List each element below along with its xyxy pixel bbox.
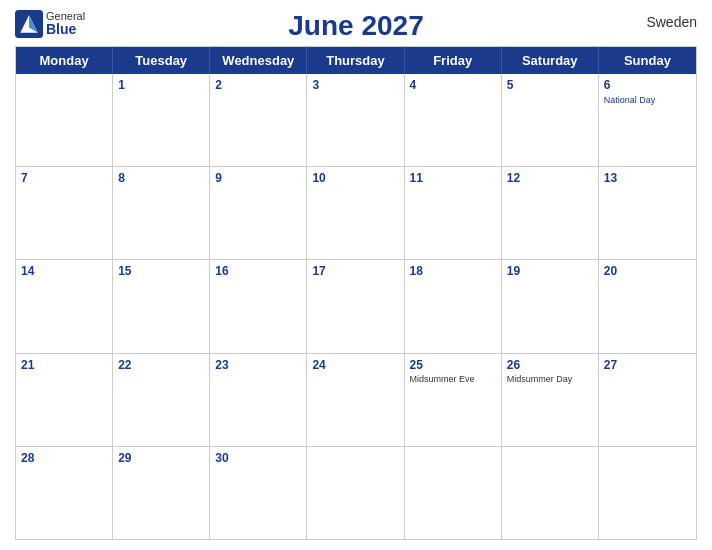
day-cell: 24 (307, 354, 404, 446)
calendar-weeks: 1 2 3 4 5 6 National Day 7 8 9 10 11 12 … (16, 74, 696, 539)
day-cell: 15 (113, 260, 210, 352)
day-cell: 9 (210, 167, 307, 259)
header-tuesday: Tuesday (113, 47, 210, 74)
day-cell-midsummer-eve: 25 Midsummer Eve (405, 354, 502, 446)
header-monday: Monday (16, 47, 113, 74)
day-cell-midsummer-day: 26 Midsummer Day (502, 354, 599, 446)
header-wednesday: Wednesday (210, 47, 307, 74)
week-row-3: 14 15 16 17 18 19 20 (16, 259, 696, 352)
header-saturday: Saturday (502, 47, 599, 74)
week-row-1: 1 2 3 4 5 6 National Day (16, 74, 696, 166)
week-row-4: 21 22 23 24 25 Midsummer Eve 26 Midsumme… (16, 353, 696, 446)
page-title: June 2027 (288, 10, 423, 42)
day-cell: 12 (502, 167, 599, 259)
week-row-2: 7 8 9 10 11 12 13 (16, 166, 696, 259)
day-cell: 5 (502, 74, 599, 166)
day-cell: 17 (307, 260, 404, 352)
header-thursday: Thursday (307, 47, 404, 74)
day-cell: 14 (16, 260, 113, 352)
calendar-grid: Monday Tuesday Wednesday Thursday Friday… (15, 46, 697, 540)
logo: General Blue (15, 10, 85, 38)
day-cell: 4 (405, 74, 502, 166)
day-cell (405, 447, 502, 539)
day-cell: 2 (210, 74, 307, 166)
calendar-page: General Blue June 2027 Sweden Monday Tue… (0, 0, 712, 550)
day-cell: 7 (16, 167, 113, 259)
day-cell: 18 (405, 260, 502, 352)
day-cell: 28 (16, 447, 113, 539)
day-cell-sunday: 20 (599, 260, 696, 352)
day-cell: 22 (113, 354, 210, 446)
header-friday: Friday (405, 47, 502, 74)
logo-blue: Blue (46, 22, 85, 37)
day-cell: 16 (210, 260, 307, 352)
day-cell: 23 (210, 354, 307, 446)
day-cell: 11 (405, 167, 502, 259)
week-row-5: 28 29 30 (16, 446, 696, 539)
country-label: Sweden (646, 14, 697, 30)
day-cell: 3 (307, 74, 404, 166)
day-cell (16, 74, 113, 166)
header-sunday: Sunday (599, 47, 696, 74)
day-cell: 19 (502, 260, 599, 352)
day-cell: 29 (113, 447, 210, 539)
logo-text: General Blue (46, 10, 85, 37)
day-cell: 21 (16, 354, 113, 446)
day-cell: 10 (307, 167, 404, 259)
day-cell: 30 (210, 447, 307, 539)
page-header: General Blue June 2027 Sweden (15, 10, 697, 42)
day-cell-sunday: 13 (599, 167, 696, 259)
day-cell: 8 (113, 167, 210, 259)
day-headers-row: Monday Tuesday Wednesday Thursday Friday… (16, 47, 696, 74)
logo-icon (15, 10, 43, 38)
day-cell: 1 (113, 74, 210, 166)
day-cell (599, 447, 696, 539)
day-cell-sunday: 6 National Day (599, 74, 696, 166)
day-cell-sunday: 27 (599, 354, 696, 446)
day-cell (502, 447, 599, 539)
day-cell (307, 447, 404, 539)
